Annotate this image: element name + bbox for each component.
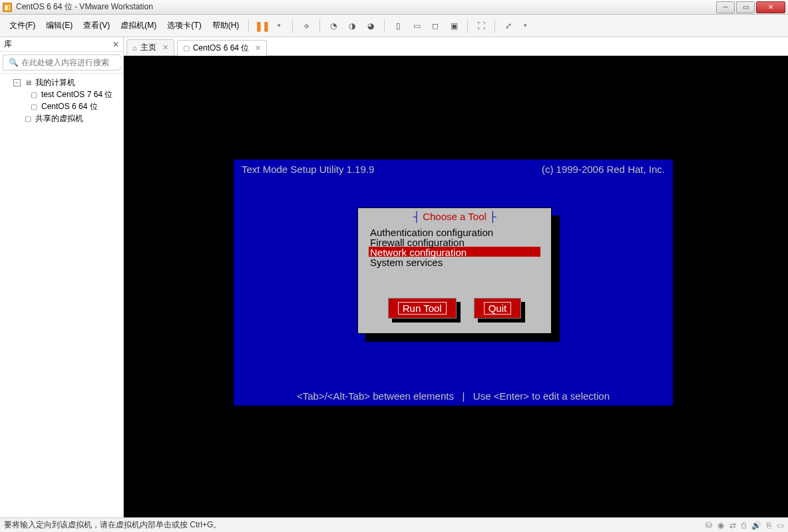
tree-item-label: CentOS 6 64 位 (41, 101, 98, 112)
sidebar-close-icon[interactable]: ✕ (112, 40, 119, 49)
tab-strip: ⌂ 主页 ✕ ▢ CentOS 6 64 位 ✕ (124, 37, 788, 56)
tui-screen: Text Mode Setup Utility 1.19.9 (c) 1999-… (234, 160, 673, 406)
menubar: 文件(F) 编辑(E) 查看(V) 虚拟机(M) 选项卡(T) 帮助(H) ❚❚… (0, 15, 788, 37)
status-net-icon[interactable]: ⇄ (729, 521, 736, 530)
vm-tree: − 🖥 我的计算机 ▢ test CentOS 7 64 位 ▢ CentOS … (0, 73, 123, 517)
sidebar-header: 库 ✕ (0, 37, 123, 52)
snapshot-revert-icon[interactable]: ◑ (344, 18, 360, 34)
view-console-icon[interactable]: ▣ (446, 18, 462, 34)
window-title: CentOS 6 64 位 - VMware Workstation (16, 1, 153, 13)
tui-footer: <Tab>/<Alt-Tab> between elements | Use <… (234, 390, 673, 402)
tab-home-label: 主页 (140, 42, 156, 53)
dialog-option-firewall[interactable]: Firewall configuration (369, 237, 540, 247)
vm-icon: ▢ (29, 102, 39, 110)
home-icon: ⌂ (132, 44, 137, 52)
status-display-icon[interactable]: ▭ (777, 521, 784, 530)
vm-viewport[interactable]: Text Mode Setup Utility 1.19.9 (c) 1999-… (124, 56, 788, 517)
view-split-icon[interactable]: ▭ (409, 18, 425, 34)
tui-header-right: (c) 1999-2006 Red Hat, Inc. (542, 164, 665, 175)
sidebar-title: 库 (4, 39, 112, 50)
dialog-title-line: ┤ Choose a Tool ├ (358, 211, 551, 222)
run-tool-wrap: Run Tool (388, 298, 457, 319)
view-single-icon[interactable]: ▯ (390, 18, 406, 34)
status-usb-icon[interactable]: ⎙ (741, 521, 746, 530)
maximize-button[interactable]: ▭ (736, 1, 755, 13)
vm-tab-icon: ▢ (183, 44, 190, 53)
tree-item-label: test CentOS 7 64 位 (41, 89, 112, 100)
pause-button[interactable]: ❚❚ (254, 18, 270, 34)
minimize-button[interactable]: ─ (716, 1, 735, 13)
status-text: 要将输入定向到该虚拟机，请在虚拟机内部单击或按 Ctrl+G。 (4, 519, 221, 531)
tui-header-left: Text Mode Setup Utility 1.19.9 (242, 164, 374, 175)
tab-vm-label: CentOS 6 64 位 (193, 43, 250, 54)
search-icon: 🔍 (9, 58, 19, 67)
dialog-button-row: Run Tool Quit (358, 298, 551, 319)
tui-header: Text Mode Setup Utility 1.19.9 (c) 1999-… (234, 164, 673, 175)
tree-shared-vms[interactable]: ▢ 共享的虚拟机 (0, 112, 123, 124)
snapshot-manage-icon[interactable]: ◕ (363, 18, 379, 34)
statusbar: 要将输入定向到该虚拟机，请在虚拟机内部单击或按 Ctrl+G。 ⛁ ◉ ⇄ ⎙ … (0, 517, 788, 532)
menu-edit[interactable]: 编辑(E) (41, 17, 78, 34)
tree-root-mycomputer[interactable]: − 🖥 我的计算机 (0, 76, 123, 88)
close-button[interactable]: ✕ (756, 1, 785, 13)
view-unity-icon[interactable]: ◻ (427, 18, 443, 34)
fullscreen-toggle-icon[interactable]: ⤢ (500, 18, 516, 34)
status-cd-icon[interactable]: ◉ (717, 521, 724, 530)
menu-tabs[interactable]: 选项卡(T) (162, 17, 206, 34)
menu-file[interactable]: 文件(F) (4, 17, 41, 34)
dialog-option-services[interactable]: System services (369, 257, 540, 267)
dialog-option-network[interactable]: Network configuration (369, 247, 540, 257)
collapse-icon[interactable]: − (13, 79, 21, 86)
tree-item-vm1[interactable]: ▢ test CentOS 7 64 位 (0, 88, 123, 100)
status-sound-icon[interactable]: 🔊 (751, 521, 761, 530)
tab-home[interactable]: ⌂ 主页 ✕ (126, 39, 174, 55)
tab-close-icon[interactable]: ✕ (255, 44, 261, 53)
window-titlebar: ◧ CentOS 6 64 位 - VMware Workstation ─ ▭… (0, 0, 788, 15)
tree-root-label: 我的计算机 (35, 77, 75, 88)
shared-icon: ▢ (23, 114, 33, 122)
sidebar-search[interactable]: 🔍 ▼ (3, 55, 120, 70)
fullscreen-enter-icon[interactable]: ⛶ (473, 18, 489, 34)
tui-dialog: ┤ Choose a Tool ├ Authentication configu… (357, 207, 552, 334)
tree-shared-label: 共享的虚拟机 (35, 113, 83, 124)
quit-wrap: Quit (474, 298, 522, 319)
search-input[interactable] (21, 58, 121, 67)
menu-view[interactable]: 查看(V) (78, 17, 115, 34)
send-ctrl-alt-del-icon[interactable]: ⎆ (298, 18, 314, 34)
computer-icon: 🖥 (23, 78, 33, 86)
tab-close-icon[interactable]: ✕ (162, 43, 168, 52)
run-tool-button[interactable]: Run Tool (388, 298, 457, 319)
sidebar: 库 ✕ 🔍 ▼ − 🖥 我的计算机 ▢ test CentOS 7 64 位 ▢… (0, 37, 124, 517)
dialog-title: Choose a Tool (423, 211, 487, 222)
content-area: ⌂ 主页 ✕ ▢ CentOS 6 64 位 ✕ Text Mode Setup… (124, 37, 788, 517)
vm-icon: ▢ (29, 90, 39, 98)
pause-dropdown[interactable]: ▼ (271, 18, 287, 34)
tree-item-vm2[interactable]: ▢ CentOS 6 64 位 (0, 100, 123, 112)
snapshot-take-icon[interactable]: ◔ (325, 18, 341, 34)
menu-vm[interactable]: 虚拟机(M) (115, 17, 162, 34)
menu-help[interactable]: 帮助(H) (207, 17, 245, 34)
status-disk-icon[interactable]: ⛁ (705, 521, 712, 530)
dialog-option-auth[interactable]: Authentication configuration (369, 227, 540, 237)
status-printer-icon[interactable]: ⎘ (767, 521, 771, 530)
fullscreen-dropdown[interactable]: ▼ (517, 18, 533, 34)
status-device-icons: ⛁ ◉ ⇄ ⎙ 🔊 ⎘ ▭ (705, 521, 784, 530)
app-icon: ◧ (3, 3, 12, 12)
dialog-option-list: Authentication configuration Firewall co… (369, 227, 540, 267)
quit-button[interactable]: Quit (474, 298, 522, 319)
tab-vm[interactable]: ▢ CentOS 6 64 位 ✕ (177, 40, 268, 56)
